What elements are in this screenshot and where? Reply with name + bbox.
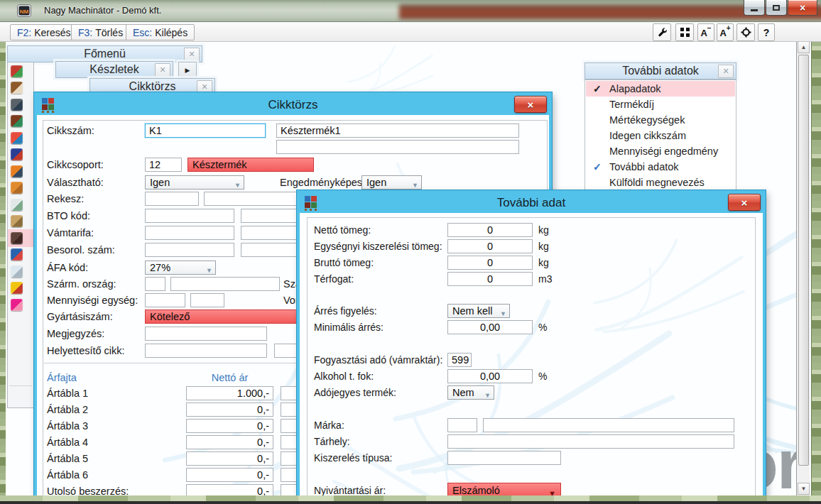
afa-kod-dropdown[interactable]: 27% ▼	[145, 261, 216, 275]
kiszereles-tipusa-input[interactable]	[447, 451, 561, 465]
adojegyes-termek-dropdown[interactable]: Nem ▼	[447, 385, 494, 400]
brutto-tomeg-unit: kg	[538, 256, 549, 270]
panel-item-tovabbi-adatok[interactable]: ✓ További adatok	[586, 159, 735, 175]
vamtarifa-input[interactable]	[145, 226, 234, 240]
cikkszam-label: Cikkszám:	[47, 124, 94, 138]
help-button[interactable]: ?	[758, 23, 775, 41]
bto-kod-input[interactable]	[145, 209, 234, 223]
menu-icon[interactable]	[11, 299, 23, 311]
tovabbi-adatok-close-button[interactable]: ×	[718, 65, 734, 78]
menu-icon[interactable]	[11, 282, 23, 294]
menu-icon[interactable]	[11, 165, 23, 177]
menu-icon[interactable]	[11, 182, 23, 194]
cikkcsoport-nev-field[interactable]: Késztermék	[187, 158, 314, 172]
mennyisegi-egyseg2-input[interactable]	[190, 293, 224, 307]
modules-button[interactable]	[675, 23, 694, 41]
cikkszam-input[interactable]: K1	[145, 124, 266, 138]
tovabbi-adatok-panel-header[interactable]: További adatok ×	[585, 62, 736, 80]
close-button[interactable]: ×	[788, 0, 817, 16]
tovabbi-adat-dialog-close-button[interactable]: ×	[728, 194, 761, 211]
menu-icon[interactable]	[11, 82, 23, 94]
brutto-tomeg-input[interactable]: 0	[447, 256, 533, 270]
egysegnyi-tomeg-input[interactable]: 0	[447, 239, 533, 253]
fomenu-close-button[interactable]: ×	[184, 48, 200, 61]
navigation-button[interactable]	[736, 23, 755, 41]
pallet-icon	[40, 97, 56, 113]
menu-icon[interactable]	[11, 99, 23, 111]
price-row-input[interactable]: 0,-	[186, 435, 273, 449]
menu-icon[interactable]	[11, 115, 23, 127]
settings-button[interactable]	[653, 23, 671, 41]
tarhely-input[interactable]	[447, 434, 734, 449]
panel-item-idegen-cikkszam[interactable]: Idegen cikkszám	[586, 128, 735, 143]
szarmazasi-orszag-input[interactable]	[170, 277, 280, 291]
minimize-button[interactable]	[744, 0, 765, 16]
fogyasztasi-ado-input[interactable]: 599	[447, 353, 472, 367]
menu-icon[interactable]	[11, 148, 23, 160]
cikkcsoport-input[interactable]: 12	[145, 158, 182, 172]
helyettesito-cikk-input[interactable]	[145, 344, 267, 358]
marka-label: Márka:	[314, 418, 344, 432]
keszletek-close-button[interactable]: ×	[155, 63, 170, 77]
megjegyzes-input[interactable]	[145, 327, 267, 341]
delete-button[interactable]: F3: Törlés	[71, 24, 130, 40]
scrollbar-down-button[interactable]: ▼	[798, 483, 810, 495]
tovabbi-adatok-panel-body: ✓ Alapadatok Termékdíj Mértékegységek Id…	[585, 80, 736, 195]
marka-kod-input[interactable]	[447, 418, 477, 432]
panel-item-mennyisegi-engedmeny[interactable]: Mennyiségi engedmény	[586, 143, 735, 159]
menu-icon[interactable]	[11, 65, 23, 77]
price-row-input[interactable]: 0,-	[186, 402, 273, 417]
font-increase-button[interactable]: A+	[717, 23, 734, 41]
panel-item-mertekegysegek[interactable]: Mértékegységek	[586, 112, 735, 128]
menu-icon[interactable]	[11, 248, 23, 261]
cikktorzs-dialog-close-button[interactable]: ×	[514, 96, 547, 113]
price-row-input[interactable]: 1.000,-	[186, 386, 273, 400]
panel-item-termekdij[interactable]: Termékdíj	[586, 97, 735, 112]
keszletek-window-header[interactable]: Készletek ×	[55, 61, 173, 78]
cikktorzs-dialog-titlebar[interactable]: Cikktörzs ×	[37, 95, 549, 115]
menu-icon[interactable]	[11, 199, 23, 211]
megnevezes2-input[interactable]	[276, 140, 519, 154]
menu-icon[interactable]	[11, 232, 23, 244]
terfogat-input[interactable]: 0	[447, 272, 533, 286]
menu-icon[interactable]	[11, 215, 23, 227]
keszletek-submenu-arrow[interactable]: ▶	[178, 62, 197, 78]
menu-icon[interactable]	[11, 265, 23, 278]
minimalis-arres-label: Minimális árrés:	[314, 320, 384, 334]
price-row-input[interactable]: 0,-	[186, 419, 273, 433]
scrollbar-thumb[interactable]	[798, 55, 809, 466]
panel-item-alapadatok[interactable]: ✓ Alapadatok	[586, 81, 735, 97]
price-row-input[interactable]: 0,-	[186, 451, 273, 466]
pallet-icon	[303, 195, 319, 211]
chevron-down-icon: ▼	[484, 389, 491, 402]
search-button[interactable]: F2: Keresés	[10, 24, 78, 40]
close-icon: ×	[528, 99, 534, 111]
price-row-input[interactable]: 0,-	[186, 468, 273, 482]
scrollbar-up-button[interactable]: ▲	[798, 41, 810, 53]
alkohol-fok-input[interactable]: 0,00	[447, 369, 533, 383]
marka-input[interactable]	[483, 418, 734, 432]
cikkcsoport-label: Cikkcsoport:	[47, 158, 104, 172]
fomenu-window-header[interactable]: Főmenü ×	[7, 45, 202, 62]
main-scrollbar[interactable]: ▲ ▼	[796, 41, 810, 495]
panel-item-label: Idegen cikkszám	[609, 130, 686, 141]
exit-hotkey: Esc:	[133, 27, 152, 38]
netto-tomeg-input[interactable]: 0	[447, 223, 533, 237]
rekesz-input[interactable]	[145, 192, 199, 206]
engedmenykepes-dropdown[interactable]: Igen ▼	[361, 175, 422, 190]
minimalis-arres-input[interactable]: 0,00	[447, 320, 533, 334]
szarmazasi-orszag-kod-input[interactable]	[145, 277, 165, 291]
arres-figyeles-dropdown[interactable]: Nem kell ▼	[447, 304, 510, 318]
window-titlebar[interactable]: NM Nagy Machinátor - Demó kft. ×	[0, 0, 821, 22]
mennyisegi-egyseg-input[interactable]	[145, 293, 185, 307]
tovabbi-adat-dialog-titlebar[interactable]: További adat ×	[300, 193, 763, 213]
besorolasi-szam-input[interactable]	[145, 243, 234, 257]
menu-icon[interactable]	[11, 132, 23, 144]
maximize-button[interactable]	[766, 0, 787, 16]
megnevezes-input[interactable]: Késztermék1	[276, 124, 519, 138]
exit-button[interactable]: Esc: Kilépés	[126, 24, 195, 40]
helyettesito-cikk-label: Helyettesítő cikk:	[47, 344, 125, 358]
valaszthato-dropdown[interactable]: Igen ▼	[145, 175, 244, 190]
panel-item-kulfoldi-megnevezes[interactable]: Külföldi megnevezés	[586, 175, 735, 190]
font-decrease-button[interactable]: A−	[697, 23, 714, 41]
